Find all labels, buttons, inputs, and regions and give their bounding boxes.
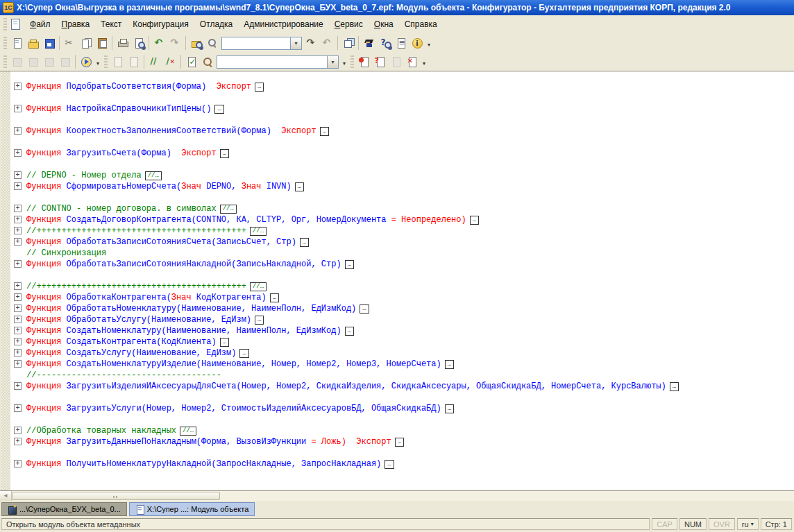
collapsed-block-box[interactable]: … (270, 293, 279, 302)
collapsed-block-box[interactable]: … (255, 316, 264, 325)
collapse-toggle[interactable]: + (14, 349, 22, 357)
search-expression-dropdown-button[interactable]: ▾ (291, 37, 302, 50)
collapsed-block-box[interactable]: … (300, 238, 309, 247)
collapse-toggle[interactable]: + (14, 105, 22, 112)
collapsed-block-box[interactable]: … (320, 127, 329, 136)
code-line[interactable]: +//+++++++++++++++++++++++++++++++++++++… (10, 281, 794, 292)
find-button[interactable] (204, 35, 220, 51)
collapsed-block-box[interactable]: //… (250, 227, 267, 236)
toolbar-grip[interactable] (350, 55, 354, 68)
code-line[interactable]: +Функция ОбработатьЗаписиСотоянияНакладн… (10, 259, 794, 270)
code-line[interactable]: +Функция СоздатьКонтрагента(КодКлиента)… (10, 336, 794, 347)
code-line[interactable] (10, 392, 794, 403)
window-list-button[interactable] (340, 35, 356, 51)
collapse-toggle[interactable]: + (14, 149, 22, 157)
code-line[interactable]: //------------------------------------- (10, 370, 794, 381)
copy-button[interactable] (78, 35, 94, 51)
redo-button[interactable] (167, 35, 183, 51)
language-indicator[interactable]: ru ▾ (737, 518, 759, 530)
info-button[interactable] (409, 35, 425, 51)
code-line[interactable] (10, 414, 794, 425)
code-line[interactable]: +Функция ОбработатьУслугу(Наименование, … (10, 314, 794, 325)
collapse-toggle[interactable]: + (14, 260, 22, 268)
remove-breakpoints-button[interactable] (404, 54, 420, 69)
collapsed-block-box[interactable]: … (395, 438, 404, 447)
find-next-button[interactable] (303, 35, 319, 51)
menu-item-help[interactable]: Справка (399, 17, 443, 31)
collapse-toggle[interactable]: + (14, 360, 22, 368)
app-icon[interactable]: 1С (3, 2, 14, 13)
toolbar-grip[interactable] (104, 55, 108, 68)
collapse-toggle[interactable]: + (14, 83, 22, 90)
collapse-toggle[interactable]: + (14, 327, 22, 334)
collapse-toggle[interactable]: + (14, 171, 22, 179)
menu-item-file[interactable]: Файл (24, 17, 56, 31)
start-debugging-button[interactable] (78, 54, 94, 69)
comment-lines-button[interactable] (146, 54, 162, 69)
collapsed-block-box[interactable]: … (360, 304, 369, 314)
add-breakpoint-button[interactable] (356, 54, 372, 69)
code-line[interactable] (10, 270, 794, 281)
collapse-toggle[interactable]: + (14, 293, 22, 301)
collapsed-block-box[interactable]: //… (250, 282, 267, 291)
code-line[interactable]: +//Обработка товарных накладных//… (10, 425, 794, 436)
code-line[interactable] (10, 92, 794, 103)
tab-processing-window[interactable]: ...\СуперОкна_БУХ_beta_0... (1, 502, 127, 516)
collapse-toggle[interactable]: + (14, 404, 22, 412)
print-preview-button[interactable] (130, 35, 146, 51)
collapsed-block-box[interactable]: … (345, 260, 354, 269)
paste-button[interactable] (94, 35, 110, 51)
collapse-toggle[interactable]: + (14, 182, 22, 190)
code-line[interactable]: +Функция ОбработатьНоменклатуру(Наименов… (10, 303, 794, 314)
conditional-breakpoint-button[interactable] (372, 54, 388, 69)
uncomment-lines-button[interactable] (162, 54, 178, 69)
collapse-toggle[interactable]: + (14, 127, 22, 135)
code-line[interactable]: +// CONTNO - номер договора. в символах/… (10, 203, 794, 214)
collapse-toggle[interactable]: + (14, 438, 22, 445)
code-line[interactable]: +Функция ОбработкаКонтрагента(Знач КодКо… (10, 292, 794, 303)
collapsed-block-box[interactable]: … (239, 349, 248, 358)
procedure-select-dropdown-button[interactable]: ▾ (328, 55, 339, 69)
collapsed-block-box[interactable]: … (345, 327, 354, 336)
code-line[interactable]: // Синхронизация (10, 248, 794, 259)
code-line[interactable]: +Функция ПолучитьНоменклатуруНакладной(З… (10, 458, 794, 470)
find-previous-button[interactable] (319, 35, 335, 51)
save-button[interactable] (41, 35, 57, 51)
code-line[interactable]: +Функция СоздатьДоговорКонтрагента(CONTN… (10, 214, 794, 225)
print-button[interactable] (115, 35, 130, 51)
code-line[interactable]: +Функция ОбработатьЗаписиСотоянияСчета(З… (10, 237, 794, 248)
procedure-select-input[interactable] (217, 55, 328, 69)
menu-item-text[interactable]: Текст (95, 17, 127, 31)
collapsed-block-box[interactable]: … (470, 216, 479, 225)
collapse-toggle[interactable]: + (14, 304, 22, 312)
collapsed-block-box[interactable]: //… (220, 205, 237, 214)
code-line[interactable]: +//+++++++++++++++++++++++++++++++++++++… (10, 225, 794, 237)
collapsed-block-box[interactable]: … (445, 360, 454, 369)
collapsed-block-box[interactable]: … (255, 83, 264, 92)
code-line[interactable]: +// DEPNO - Номер отдела//… (10, 170, 794, 181)
collapse-toggle[interactable]: + (14, 460, 22, 467)
code-line[interactable] (10, 137, 794, 148)
code-line[interactable] (10, 114, 794, 126)
procedures-functions-button[interactable] (199, 54, 215, 69)
collapse-toggle[interactable]: + (14, 205, 22, 212)
collapsed-block-box[interactable]: //… (180, 427, 196, 436)
collapsed-block-box[interactable]: … (295, 182, 304, 191)
scrollbar-track[interactable] (220, 491, 794, 501)
horizontal-scrollbar[interactable]: ◄ (0, 490, 794, 501)
syntax-assistant-button[interactable] (361, 35, 377, 51)
menubar-grip[interactable] (3, 18, 7, 31)
collapsed-block-box[interactable]: //… (145, 171, 162, 180)
code-line[interactable]: +Функция ПодобратьСоответствия(Форма) Эк… (10, 81, 794, 92)
menu-item-edit[interactable]: Правка (56, 17, 96, 31)
open-button[interactable] (25, 35, 41, 51)
code-line[interactable] (10, 447, 794, 458)
collapsed-block-box[interactable]: … (445, 404, 454, 413)
code-line[interactable]: +Функция КооректностьЗаполненияСоответст… (10, 126, 794, 137)
collapse-toggle[interactable]: + (14, 427, 22, 434)
collapse-toggle[interactable]: + (14, 316, 22, 323)
collapsed-block-box[interactable]: … (385, 460, 394, 469)
module-document-icon[interactable] (10, 19, 20, 30)
menu-item-windows[interactable]: Окна (369, 17, 399, 31)
collapse-toggle[interactable]: + (14, 238, 22, 246)
